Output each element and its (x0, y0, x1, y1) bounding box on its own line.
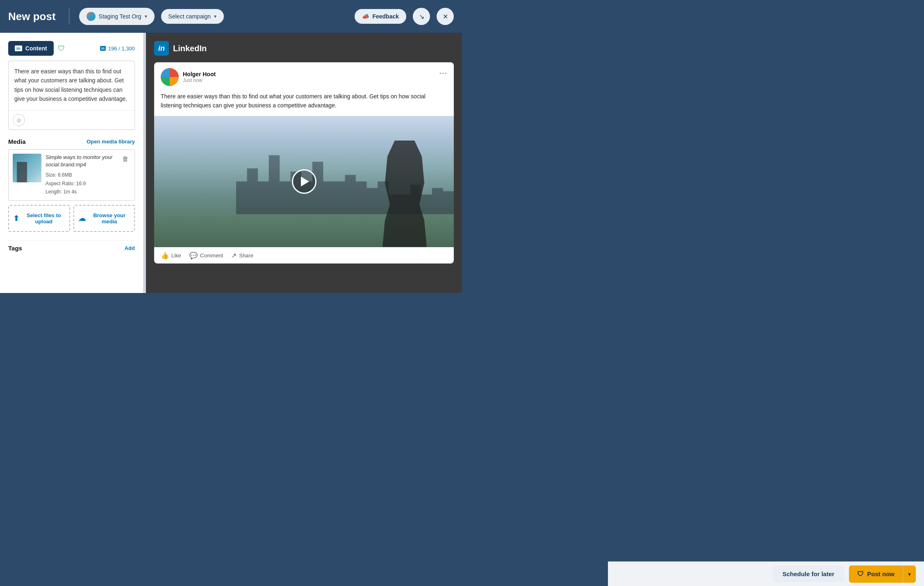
browse-media-label: Browse your media (89, 212, 130, 225)
author-avatar-image (161, 68, 179, 86)
tags-add-button[interactable]: Add (125, 245, 135, 251)
upload-icon: ⬆ (13, 214, 19, 223)
browse-icon: ☁ (78, 214, 86, 223)
emoji-icon: ☺ (16, 117, 22, 123)
post-text-content[interactable]: There are easier ways than this to find … (9, 61, 134, 110)
feedback-button[interactable]: 📣 Feedback (355, 9, 406, 24)
media-info: Simple ways to monitor your social brand… (46, 154, 116, 196)
post-actions: 👍 Like 💬 Comment ↗ Share (154, 247, 454, 263)
char-count-icon: in (100, 46, 106, 51)
media-size: Size: 8.6MB Aspect Ratio: 16:9 Length: 1… (46, 171, 116, 196)
media-title: Media (8, 138, 26, 145)
campaign-label: Select campaign (168, 13, 211, 20)
play-button[interactable] (292, 169, 316, 194)
megaphone-icon: 📣 (362, 13, 369, 20)
post-text-area-wrapper: There are easier ways than this to find … (8, 61, 135, 130)
more-options-button[interactable]: ··· (439, 68, 447, 77)
share-button[interactable]: ↗ Share (231, 252, 253, 259)
shield-icon: 🛡 (58, 44, 65, 53)
post-card: Holger Hoot Just now ··· There are easie… (154, 62, 454, 263)
browse-media-button[interactable]: ☁ Browse your media (73, 205, 135, 232)
main-layout: in Content 🛡 in 196 / 1,300 There are ea… (0, 33, 462, 293)
open-media-library-link[interactable]: Open media library (86, 139, 135, 145)
tags-row: Tags Add (8, 240, 135, 252)
post-card-header: Holger Hoot Just now ··· (154, 62, 454, 92)
content-tab[interactable]: in Content (8, 41, 54, 56)
comment-label: Comment (200, 252, 223, 259)
author-time: Just now (183, 77, 216, 83)
share-icon: ↗ (231, 252, 237, 259)
author-avatar (161, 68, 179, 86)
media-section-header: Media Open media library (8, 138, 135, 145)
org-chevron-icon: ▾ (145, 14, 147, 19)
char-count-value: 196 / 1,300 (108, 45, 135, 52)
close-icon: ✕ (443, 13, 448, 20)
campaign-selector[interactable]: Select campaign ▾ (161, 9, 224, 24)
play-icon (301, 177, 309, 186)
close-button[interactable]: ✕ (437, 8, 454, 25)
header-divider (69, 8, 69, 25)
emoji-button[interactable]: ☺ (13, 114, 25, 126)
share-label: Share (239, 252, 253, 259)
author-info: Holger Hoot Just now (183, 71, 216, 83)
post-author: Holger Hoot Just now (161, 68, 216, 86)
org-selector[interactable]: Staging Test Org ▾ (79, 8, 155, 25)
linkedin-logo: in (154, 41, 169, 56)
post-preview-text: There are easier ways than this to find … (154, 92, 454, 116)
preview-platform-name: LinkedIn (173, 44, 207, 53)
left-panel: in Content 🛡 in 196 / 1,300 There are ea… (0, 33, 143, 293)
header: New post Staging Test Org ▾ Select campa… (0, 0, 462, 33)
thumbnail-figure (17, 162, 27, 182)
org-icon (86, 12, 96, 21)
upload-row: ⬆ Select files to upload ☁ Browse your m… (8, 205, 135, 232)
trash-icon: 🗑 (122, 155, 129, 162)
content-tab-label: Content (25, 45, 47, 52)
delete-media-button[interactable]: 🗑 (121, 154, 130, 164)
media-thumbnail (13, 154, 41, 182)
tags-label: Tags (8, 245, 22, 252)
like-button[interactable]: 👍 Like (161, 252, 181, 259)
right-panel: in LinkedIn Holger Hoot Just now ··· The… (146, 33, 462, 293)
org-name: Staging Test Org (99, 13, 141, 20)
select-files-button[interactable]: ⬆ Select files to upload (8, 205, 70, 232)
minimize-icon: ↘ (419, 13, 424, 20)
text-area-toolbar: ☺ (9, 110, 134, 129)
char-count: in 196 / 1,300 (100, 45, 135, 52)
video-overlay (154, 116, 454, 247)
media-item: Simple ways to monitor your social brand… (8, 149, 135, 201)
linkedin-tab-icon: in (15, 45, 22, 51)
thumbnail-image (13, 154, 41, 182)
preview-header: in LinkedIn (154, 41, 454, 56)
campaign-chevron-icon: ▾ (214, 14, 216, 19)
comment-icon: 💬 (189, 252, 198, 259)
feedback-label: Feedback (372, 13, 399, 20)
minimize-button[interactable]: ↘ (413, 8, 430, 25)
page-title: New post (8, 10, 56, 23)
comment-button[interactable]: 💬 Comment (189, 252, 223, 259)
select-files-label: Select files to upload (23, 212, 65, 225)
like-label: Like (171, 252, 181, 259)
media-file-name: Simple ways to monitor your social brand… (46, 154, 116, 168)
like-icon: 👍 (161, 252, 169, 259)
post-image (154, 116, 454, 247)
author-name: Holger Hoot (183, 71, 216, 77)
content-tab-header: in Content 🛡 in 196 / 1,300 (8, 41, 135, 56)
